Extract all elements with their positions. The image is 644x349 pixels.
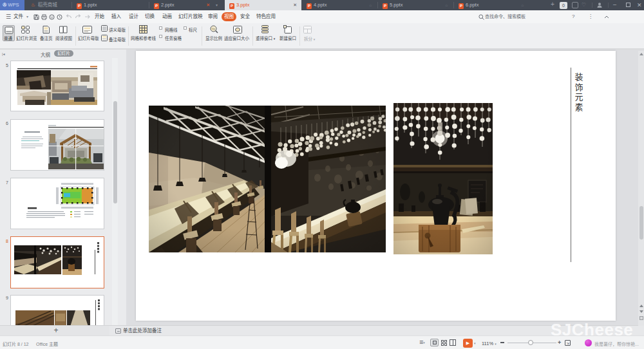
svg-text:%: %	[212, 27, 216, 31]
